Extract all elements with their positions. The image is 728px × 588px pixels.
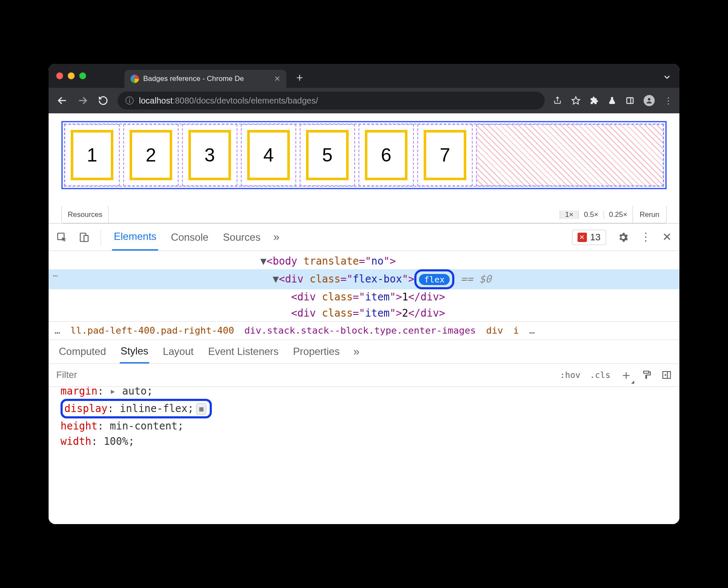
- flex-item: 4: [241, 124, 296, 186]
- back-button[interactable]: [56, 95, 68, 106]
- tab-console[interactable]: Console: [169, 225, 210, 250]
- close-tab-icon[interactable]: ✕: [274, 74, 280, 84]
- subtab-event-listeners[interactable]: Event Listeners: [207, 340, 279, 363]
- zoom-05x-button[interactable]: 0.5×: [578, 210, 604, 219]
- styles-declarations[interactable]: margin: ▸ auto; display: inline-flex;▦ h…: [49, 387, 679, 453]
- flex-item-label: 4: [247, 130, 290, 180]
- tab-sources[interactable]: Sources: [221, 225, 262, 250]
- share-icon[interactable]: [553, 96, 562, 105]
- devtools-kebab-icon[interactable]: ⋮: [640, 231, 651, 244]
- svg-rect-4: [627, 98, 633, 103]
- breadcrumb-ellipsis[interactable]: …: [529, 325, 534, 336]
- error-count: 13: [590, 232, 601, 243]
- dom-tree[interactable]: ▼<body translate="no"> ▼<div class="flex…: [49, 251, 679, 321]
- css-declaration[interactable]: margin: ▸ auto;: [61, 387, 679, 399]
- breadcrumb-item[interactable]: div: [486, 325, 503, 336]
- svg-rect-11: [663, 372, 670, 378]
- reload-button[interactable]: [97, 95, 109, 106]
- resources-button[interactable]: Resources: [62, 206, 109, 223]
- subtab-properties[interactable]: Properties: [292, 340, 341, 363]
- zoom-controls: 1× 0.5× 0.25×: [560, 210, 633, 219]
- flex-item: 5: [300, 124, 355, 186]
- minimize-window-button[interactable]: [68, 72, 75, 79]
- window-controls: [56, 72, 86, 79]
- styles-filter-input[interactable]: [49, 369, 552, 380]
- svg-rect-10: [644, 371, 649, 373]
- zoom-1x-button[interactable]: 1×: [560, 210, 578, 219]
- devtools-panel: Elements Console Sources » ✕ 13 ⋮ ✕: [49, 223, 679, 524]
- new-tab-button[interactable]: ＋: [294, 70, 305, 85]
- caret-down-icon[interactable]: ▼: [260, 255, 266, 267]
- flex-item: 6: [358, 124, 414, 186]
- paint-format-icon[interactable]: [642, 370, 652, 380]
- inspect-element-icon[interactable]: [56, 232, 67, 243]
- site-info-icon[interactable]: ⓘ: [125, 95, 134, 107]
- flex-item-label: 7: [424, 130, 466, 180]
- toggle-sidebar-icon[interactable]: [662, 370, 672, 380]
- breadcrumb-ellipsis[interactable]: …: [55, 325, 60, 336]
- devtools-close-icon[interactable]: ✕: [662, 231, 672, 244]
- subtab-layout[interactable]: Layout: [162, 340, 194, 363]
- caret-down-icon[interactable]: ▼: [273, 273, 279, 285]
- maximize-window-button[interactable]: [79, 72, 86, 79]
- omnibox[interactable]: ⓘ localhost:8080/docs/devtools/elements/…: [118, 92, 545, 110]
- profile-avatar-icon[interactable]: [644, 95, 655, 106]
- url-display: localhost:8080/docs/devtools/elements/ba…: [139, 96, 318, 106]
- close-window-button[interactable]: [56, 72, 63, 79]
- page-viewport: 1 2 3 4 5 6 7 Resources 1× 0.5× 0.25× Re…: [49, 113, 679, 223]
- styles-toolbar: :hov .cls ＋◢: [552, 366, 679, 384]
- display-property-highlight: display: inline-flex;▦: [61, 399, 212, 418]
- css-declaration[interactable]: height: min-content;: [61, 418, 679, 434]
- labs-icon[interactable]: [608, 96, 616, 105]
- dom-node-body[interactable]: ▼<body translate="no">: [49, 254, 679, 269]
- cls-toggle[interactable]: .cls: [590, 370, 610, 380]
- kebab-menu-icon[interactable]: ⋮: [664, 95, 672, 106]
- svg-rect-9: [84, 235, 88, 241]
- devtools-tabbar: Elements Console Sources » ✕ 13 ⋮ ✕: [49, 224, 679, 251]
- css-declaration[interactable]: width: 100%;: [61, 434, 679, 449]
- subtab-styles[interactable]: Styles: [120, 340, 149, 363]
- flex-item: 1: [64, 124, 120, 186]
- settings-gear-icon[interactable]: [617, 231, 629, 243]
- svg-point-6: [648, 98, 650, 101]
- browser-tab[interactable]: Badges reference - Chrome De ✕: [124, 70, 286, 88]
- tab-strip: Badges reference - Chrome De ✕ ＋: [49, 64, 679, 88]
- more-subtabs-icon[interactable]: »: [353, 345, 359, 358]
- dom-node-item[interactable]: <div class="item">1</div>: [49, 289, 679, 305]
- selected-node-indicator: == $0: [454, 273, 491, 285]
- flex-item-label: 1: [71, 130, 113, 180]
- flex-badge[interactable]: flex: [419, 274, 450, 285]
- flex-container-demo: 1 2 3 4 5 6 7: [61, 121, 667, 189]
- more-tabs-icon[interactable]: »: [273, 231, 279, 244]
- hov-toggle[interactable]: :hov: [560, 370, 581, 380]
- bookmark-star-icon[interactable]: [571, 96, 581, 105]
- device-toggle-icon[interactable]: [78, 232, 90, 243]
- breadcrumb-item[interactable]: div.stack.stack--block.type.center-image…: [244, 325, 476, 336]
- breadcrumb-item[interactable]: i: [513, 325, 519, 336]
- flex-badge-highlight: flex: [414, 269, 454, 289]
- styles-subtabs: Computed Styles Layout Event Listeners P…: [49, 340, 679, 364]
- dom-breadcrumbs[interactable]: … ll.pad-left-400.pad-right-400 div.stac…: [49, 321, 679, 340]
- breadcrumb-item[interactable]: ll.pad-left-400.pad-right-400: [70, 325, 234, 336]
- rerun-button[interactable]: Rerun: [633, 206, 666, 223]
- new-rule-icon[interactable]: ＋◢: [620, 366, 633, 384]
- tab-elements[interactable]: Elements: [112, 224, 158, 251]
- panel-icon[interactable]: [626, 96, 634, 105]
- dom-node-flexbox[interactable]: ▼<div class="flex-box">flex == $0: [49, 269, 679, 289]
- flex-item: 2: [123, 124, 179, 186]
- flex-item-label: 6: [365, 130, 407, 180]
- tabs-chevron-icon[interactable]: [662, 72, 672, 82]
- expand-shorthand-icon[interactable]: ▸: [110, 387, 116, 397]
- dom-node-item[interactable]: <div class="item">2</div>: [49, 306, 679, 321]
- demo-footer: Resources 1× 0.5× 0.25× Rerun: [61, 206, 667, 223]
- forward-button[interactable]: [77, 95, 89, 106]
- zoom-025x-button[interactable]: 0.25×: [604, 210, 633, 219]
- url-host: localhost: [139, 96, 173, 105]
- flex-item: 3: [182, 124, 237, 186]
- flexbox-editor-icon[interactable]: ▦: [196, 403, 206, 415]
- extensions-icon[interactable]: [590, 96, 598, 105]
- subtab-computed[interactable]: Computed: [58, 340, 107, 363]
- flex-item: 7: [417, 124, 473, 186]
- error-count-badge[interactable]: ✕ 13: [572, 230, 606, 245]
- css-declaration-display[interactable]: display: inline-flex;▦: [61, 399, 679, 418]
